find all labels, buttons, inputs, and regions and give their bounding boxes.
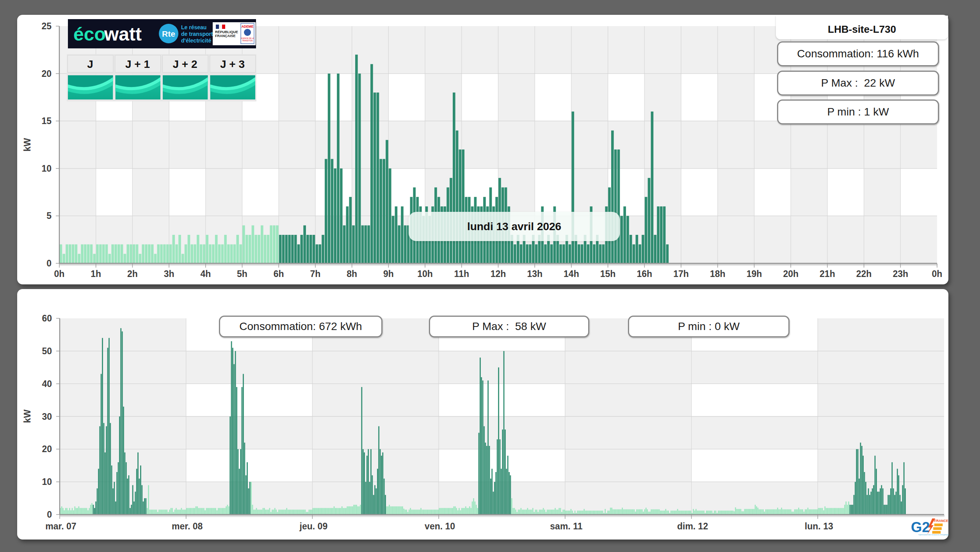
svg-text:4h: 4h	[200, 269, 211, 279]
svg-text:RÉPUBLIQUE: RÉPUBLIQUE	[215, 30, 238, 34]
svg-text:25: 25	[41, 21, 52, 31]
svg-text:5: 5	[46, 211, 52, 221]
svg-text:0h: 0h	[54, 269, 65, 279]
svg-text:Rte: Rte	[162, 29, 175, 38]
svg-text:3h: 3h	[164, 269, 174, 279]
svg-text:40: 40	[42, 379, 52, 389]
svg-text:30: 30	[42, 412, 52, 422]
svg-text:7h: 7h	[310, 269, 321, 279]
svg-text:J + 2: J + 2	[173, 58, 197, 70]
svg-text:12h: 12h	[491, 269, 506, 279]
svg-text:lun. 13: lun. 13	[805, 521, 833, 531]
svg-text:d'électricité: d'électricité	[181, 37, 211, 44]
svg-text:20: 20	[41, 69, 52, 79]
svg-text:kW: kW	[22, 409, 32, 423]
svg-text:sam. 11: sam. 11	[550, 521, 582, 531]
svg-text:60: 60	[42, 313, 52, 323]
svg-text:jeu. 09: jeu. 09	[299, 521, 328, 531]
svg-text:20h: 20h	[783, 269, 799, 279]
svg-text:J + 3: J + 3	[220, 58, 245, 70]
svg-text:9h: 9h	[383, 269, 394, 279]
svg-text:15: 15	[41, 116, 52, 126]
svg-text:50: 50	[42, 346, 52, 356]
svg-text:watt: watt	[104, 24, 142, 44]
svg-text:mar. 07: mar. 07	[45, 521, 76, 531]
svg-text:mer. 08: mer. 08	[172, 521, 203, 531]
svg-text:18h: 18h	[710, 269, 726, 279]
svg-text:10h: 10h	[417, 269, 433, 279]
svg-text:16h: 16h	[637, 269, 652, 279]
svg-text:11h: 11h	[454, 269, 469, 279]
svg-text:Le réseau: Le réseau	[181, 24, 206, 30]
svg-text:23h: 23h	[893, 269, 908, 279]
svg-text:dim. 12: dim. 12	[677, 521, 708, 531]
svg-text:5h: 5h	[237, 269, 247, 279]
svg-text:Optimisation des ressources én: Optimisation des ressources énergétiques	[918, 534, 949, 536]
svg-text:éco: éco	[73, 24, 106, 44]
svg-text:ven. 10: ven. 10	[425, 521, 455, 531]
svg-text:15h: 15h	[600, 269, 616, 279]
svg-text:0h: 0h	[932, 269, 943, 279]
svg-text:6h: 6h	[274, 269, 284, 279]
svg-text:FRANCE: FRANCE	[934, 519, 948, 523]
svg-text:de transport: de transport	[181, 31, 213, 37]
svg-text:13h: 13h	[527, 269, 542, 279]
svg-text:TRANSITION: TRANSITION	[242, 40, 253, 42]
svg-text:17h: 17h	[673, 269, 689, 279]
svg-text:2h: 2h	[127, 269, 138, 279]
svg-text:kW: kW	[22, 138, 32, 151]
svg-text:J: J	[87, 58, 93, 70]
svg-text:19h: 19h	[747, 269, 762, 279]
svg-text:14h: 14h	[564, 269, 579, 279]
svg-text:22h: 22h	[856, 269, 872, 279]
svg-text:FRANÇAISE: FRANÇAISE	[215, 34, 236, 38]
svg-text:AGENCE DE LA: AGENCE DE LA	[241, 37, 254, 39]
svg-text:20: 20	[42, 444, 52, 454]
svg-text:ADEME: ADEME	[242, 25, 254, 28]
svg-text:10: 10	[41, 163, 52, 174]
svg-text:G2: G2	[911, 519, 930, 535]
svg-text:1h: 1h	[91, 269, 101, 279]
svg-text:0: 0	[47, 509, 52, 520]
svg-text:10: 10	[42, 477, 52, 487]
svg-text:J + 1: J + 1	[125, 58, 150, 70]
svg-text:21h: 21h	[820, 269, 835, 279]
svg-text:8h: 8h	[347, 269, 357, 279]
svg-text:0: 0	[46, 258, 52, 268]
